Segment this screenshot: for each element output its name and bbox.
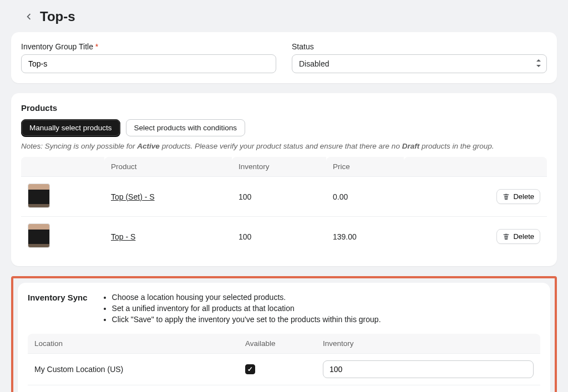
col-header-product: Product <box>104 157 232 177</box>
product-tabs: Manually select products Select products… <box>21 119 547 136</box>
page-header: Top-s <box>11 6 557 32</box>
sync-instruction-item: Choose a location housing your selected … <box>112 293 381 302</box>
status-select[interactable]: Disabled <box>292 54 547 73</box>
product-inventory: 100 <box>232 217 326 257</box>
page-title: Top-s <box>40 9 75 24</box>
col-header-available: Available <box>239 334 316 354</box>
product-price: 0.00 <box>326 177 404 217</box>
sync-instruction-item: Set a unified inventory for all products… <box>112 304 381 313</box>
product-row: Top - S 100 139.00 Delete <box>21 217 547 257</box>
group-settings-card: Inventory Group Title * Status Disabled <box>11 32 557 83</box>
trash-icon <box>503 233 510 240</box>
location-name: My Custom Location (US) <box>28 354 239 385</box>
products-section-title: Products <box>21 103 547 113</box>
highlight-region: Inventory Sync Choose a location housing… <box>11 276 557 392</box>
group-title-input[interactable] <box>21 54 276 73</box>
arrow-left-icon <box>24 12 34 22</box>
product-thumbnail <box>28 184 50 208</box>
col-header-actions <box>404 157 547 177</box>
locations-table: Location Available Inventory My Custom L… <box>28 334 540 392</box>
inventory-sync-card: Inventory Sync Choose a location housing… <box>18 283 550 392</box>
trash-icon <box>503 193 510 200</box>
col-header-inventory: Inventory <box>232 157 326 177</box>
sync-instruction-item: Click "Save" to apply the inventory you'… <box>112 315 381 324</box>
product-price: 139.00 <box>326 217 404 257</box>
delete-button[interactable]: Delete <box>496 229 540 244</box>
products-table: Product Inventory Price Top (Set) - S 10… <box>21 157 547 256</box>
inventory-sync-instructions: Choose a location housing your selected … <box>102 293 381 326</box>
back-button[interactable] <box>23 11 34 22</box>
location-row: My Custom Location (US) <box>28 354 540 385</box>
tab-conditions-select[interactable]: Select products with conditions <box>126 119 245 136</box>
location-name: Shop location <box>28 385 239 393</box>
col-header-inventory: Inventory <box>316 334 540 354</box>
delete-button[interactable]: Delete <box>496 189 540 204</box>
product-thumbnail <box>28 223 50 248</box>
product-link[interactable]: Top - S <box>111 232 135 241</box>
location-inventory-input[interactable] <box>323 360 534 378</box>
inventory-sync-title: Inventory Sync <box>28 293 88 326</box>
product-row: Top (Set) - S 100 0.00 Delete <box>21 177 547 217</box>
title-label: Inventory Group Title * <box>21 42 276 51</box>
col-header-price: Price <box>326 157 404 177</box>
title-field: Inventory Group Title * <box>21 42 276 73</box>
location-row: Shop location <box>28 385 540 393</box>
required-asterisk: * <box>95 42 98 51</box>
product-inventory: 100 <box>232 177 326 217</box>
available-checkbox[interactable] <box>245 364 255 374</box>
col-header-location: Location <box>28 334 239 354</box>
col-header-empty <box>21 157 104 177</box>
status-label: Status <box>292 42 547 51</box>
products-card: Products Manually select products Select… <box>11 93 557 266</box>
tab-manual-select[interactable]: Manually select products <box>21 119 120 136</box>
product-link[interactable]: Top (Set) - S <box>111 192 155 201</box>
products-notes: Notes: Syncing is only possible for Acti… <box>21 142 547 150</box>
status-field: Status Disabled <box>292 42 547 73</box>
